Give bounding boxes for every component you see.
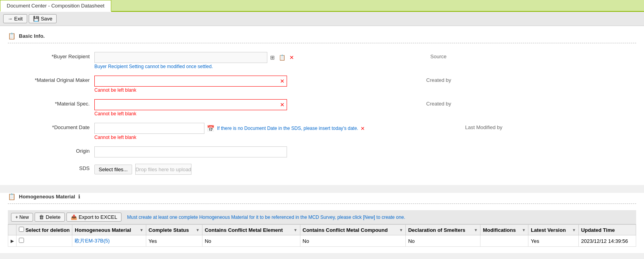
- row-modifications: [480, 235, 528, 247]
- th-conflict-element: Contains Conflict Metal Element ▼: [202, 225, 300, 235]
- hm-export-button[interactable]: 📤 Export to EXCEL: [66, 213, 121, 222]
- th-expand: [8, 225, 17, 235]
- hm-table-wrap: Select for deletion Homogeneous Material…: [8, 224, 636, 247]
- tab-bar: Document Center - Composition Datasheet: [0, 0, 644, 12]
- toolbar: → Exit 💾 Save: [0, 12, 644, 26]
- hm-info-icon[interactable]: ℹ: [78, 194, 80, 200]
- th-modifications: Modifications ▼: [480, 225, 528, 235]
- material-maker-input[interactable]: [94, 76, 287, 87]
- document-date-label: *Document Date: [8, 120, 94, 133]
- buyer-recipient-input[interactable]: [94, 52, 267, 63]
- material-maker-clear[interactable]: ✕: [280, 78, 285, 84]
- material-spec-input[interactable]: [94, 99, 287, 110]
- document-date-input[interactable]: [94, 123, 204, 134]
- th-latest-version: Latest Version ▼: [528, 225, 579, 235]
- buyer-recipient-info: Buyer Recipient Setting cannot be modifi…: [94, 64, 295, 69]
- material-maker-label: *Material Original Maker: [8, 73, 94, 86]
- row-conflict-compound: No: [300, 235, 406, 247]
- filter-hm-icon[interactable]: ▼: [140, 228, 144, 232]
- sds-label: SDS: [8, 161, 94, 174]
- filter-conflict-element-icon[interactable]: ▼: [294, 228, 298, 232]
- row-checkbox[interactable]: [17, 235, 72, 247]
- hm-delete-button[interactable]: 🗑 Delete: [35, 213, 65, 222]
- hm-new-button[interactable]: + New: [11, 213, 33, 222]
- hm-toolbar: + New 🗑 Delete 📤 Export to EXCEL Must cr…: [8, 210, 636, 224]
- row-hm-link[interactable]: 欧片EM-37B(5): [72, 235, 146, 247]
- source-label: Source: [423, 50, 509, 63]
- tab-composition-datasheet[interactable]: Document Center - Composition Datasheet: [0, 0, 111, 12]
- select-files-button[interactable]: Select files...: [94, 165, 132, 174]
- main-content: 📋 Basic Info. *Buyer Recipient ⊞ 📋 ✕ Buy…: [0, 26, 644, 185]
- document-date-clear[interactable]: ✕: [361, 126, 365, 131]
- hm-table: Select for deletion Homogeneous Material…: [8, 224, 636, 247]
- calendar-icon[interactable]: 📅: [207, 125, 215, 132]
- basic-info-icon: 📋: [8, 32, 16, 40]
- basic-info-section-title: 📋 Basic Info.: [8, 32, 636, 40]
- filter-declaration-icon[interactable]: ▼: [474, 228, 478, 232]
- sds-field: Select files... Drop files here to uploa…: [94, 161, 191, 177]
- filter-complete-icon[interactable]: ▼: [196, 228, 200, 232]
- buyer-recipient-field: ⊞ 📋 ✕ Buyer Recipient Setting cannot be …: [94, 50, 295, 72]
- homogeneous-material-section: 📋 Homogeneous Material ℹ + New 🗑 Delete …: [0, 193, 644, 253]
- table-row: ▶ 欧片EM-37B(5) Yes No No No Yes 2023/12/1…: [8, 235, 636, 247]
- sds-drop-zone[interactable]: Drop files here to upload: [135, 164, 192, 175]
- buyer-icon1[interactable]: ⊞: [269, 54, 276, 61]
- th-complete: Complete Status ▼: [146, 225, 202, 235]
- material-spec-error: Cannot be left blank: [94, 111, 287, 117]
- exit-button[interactable]: → Exit: [3, 14, 27, 23]
- row-updated-time: 2023/12/12 14:39:56: [578, 235, 636, 247]
- th-conflict-compound: Contains Conflict Metal Compound ▼: [300, 225, 406, 235]
- save-button[interactable]: 💾 Save: [29, 14, 57, 23]
- th-select: Select for deletion: [17, 225, 72, 235]
- select-all-checkbox[interactable]: [19, 227, 24, 232]
- document-date-field: 📅 If there is no Document Date in the SD…: [94, 120, 365, 142]
- buyer-recipient-label: *Buyer Recipient: [8, 50, 94, 63]
- buyer-icon2[interactable]: 📋: [278, 54, 287, 61]
- hm-divider: [8, 204, 636, 204]
- material-maker-field: ✕ Cannot be left blank: [94, 73, 287, 95]
- th-updated-time: Updated Time: [578, 225, 636, 235]
- row-declaration-smelters: No: [406, 235, 480, 247]
- hm-section-title: 📋 Homogeneous Material ℹ: [8, 193, 636, 200]
- origin-field: [94, 144, 287, 160]
- hm-icon: 📋: [8, 193, 16, 200]
- save-icon: 💾: [33, 16, 39, 22]
- filter-modifications-icon[interactable]: ▼: [522, 228, 526, 232]
- filter-conflict-compound-icon[interactable]: ▼: [399, 228, 403, 232]
- origin-label: Origin: [8, 144, 94, 157]
- hm-info-msg: Must create at least one complete Homoge…: [127, 215, 405, 220]
- material-maker-error: Cannot be left blank: [94, 87, 287, 93]
- origin-input[interactable]: [94, 146, 287, 157]
- row-expand[interactable]: ▶: [8, 235, 17, 247]
- created-by-value-label: Created by: [418, 97, 505, 110]
- document-date-hint: If there is no Document Date in the SDS,…: [217, 126, 358, 131]
- document-date-error: Cannot be left blank: [94, 135, 365, 140]
- material-spec-label: *Material Spec.: [8, 97, 94, 110]
- filter-latest-icon[interactable]: ▼: [572, 228, 576, 232]
- last-modified-by-label: Last Modified by: [457, 120, 544, 133]
- buyer-clear-btn[interactable]: ✕: [288, 54, 295, 61]
- delete-icon: 🗑: [39, 214, 44, 220]
- export-icon: 📤: [71, 214, 77, 220]
- created-by-label: Created by: [418, 73, 505, 86]
- row-complete-status: Yes: [146, 235, 202, 247]
- material-spec-clear[interactable]: ✕: [280, 102, 285, 108]
- row-conflict-element: No: [202, 235, 300, 247]
- row-latest-version: Yes: [528, 235, 579, 247]
- th-declaration: Declaration of Smelters ▼: [406, 225, 480, 235]
- section-divider: [8, 43, 636, 43]
- exit-icon: →: [7, 16, 13, 22]
- material-spec-field: ✕ Cannot be left blank: [94, 97, 287, 119]
- th-hm: Homogeneous Material ▼: [72, 225, 146, 235]
